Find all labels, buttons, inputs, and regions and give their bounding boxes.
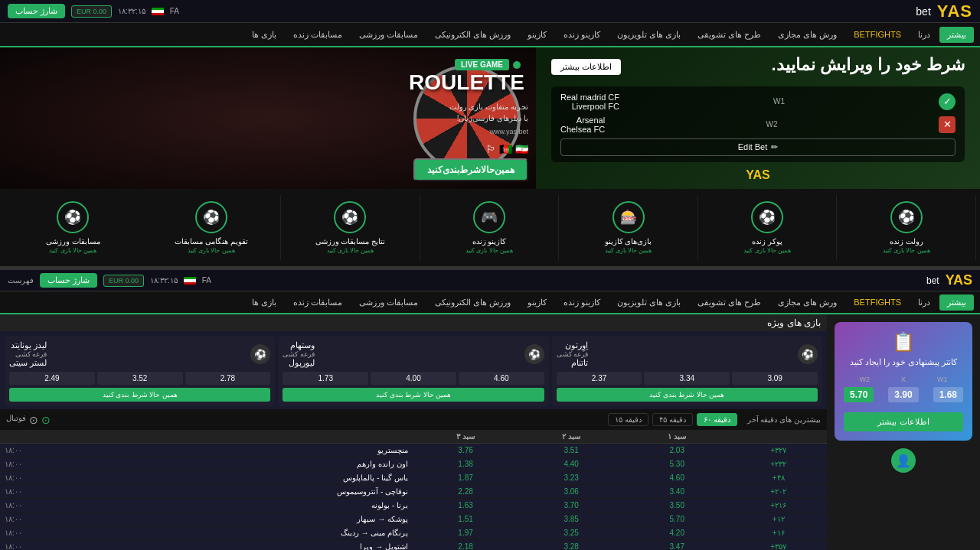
row-odd1[interactable]: 4.60	[624, 471, 730, 485]
edit-bet-button[interactable]: ✏ Edit Bet	[560, 138, 956, 156]
nav2-elektronik[interactable]: ورزش های الکترونیکی	[427, 295, 518, 311]
bet-team3: Arsenal	[560, 116, 605, 125]
nav2-mosabeghat[interactable]: مسابقات ورزشی	[351, 295, 426, 311]
nav2-kazino-live[interactable]: کازینو زنده	[556, 295, 608, 311]
nav-item-varshmajazi[interactable]: ورش های مجازی	[770, 27, 844, 43]
row-odd1[interactable]: 3.47	[624, 540, 730, 551]
match1-odd-draw[interactable]: 3.34	[644, 372, 730, 385]
nav-item-bishtar[interactable]: بیشتر	[939, 27, 974, 43]
nav2-varshMajazi[interactable]: ورش های مجازی	[770, 295, 844, 311]
nav-item-kazino[interactable]: کازینو	[520, 27, 554, 43]
match1-bet-button[interactable]: همین حالا شرط بندی کنید	[557, 388, 818, 402]
row-odd3[interactable]: 1.87	[413, 471, 518, 485]
bet-now-banner-button[interactable]: همین‌حالاشرط‌بندی‌کنید	[413, 158, 528, 181]
row-odd2[interactable]: 4.40	[518, 457, 624, 471]
match3-odd-draw[interactable]: 3.52	[97, 372, 183, 385]
nav-item-mosabeghat-live[interactable]: مسابقات زنده	[286, 27, 350, 43]
sports-sub: همین حالا بازی کنید	[49, 247, 96, 254]
row-odd3[interactable]: 1.51	[413, 513, 518, 526]
row-odd3[interactable]: 3.76	[413, 444, 518, 457]
avatar[interactable]: 👤	[891, 448, 916, 473]
row-odd3[interactable]: 1.63	[413, 499, 518, 513]
row-odd1[interactable]: 5.30	[624, 457, 730, 471]
game-icon-casino[interactable]: 🎰 بازی‌های کازینو همین حالا بازی کنید	[559, 195, 698, 260]
match2-odd2[interactable]: 1.73	[283, 372, 368, 385]
nav2-kazino[interactable]: کازینو	[520, 295, 554, 311]
nav2-betfights[interactable]: BETFIGHTS	[846, 295, 909, 310]
calendar-sub: همین حالا بازی کنید	[188, 247, 235, 254]
match2-odd-draw[interactable]: 4.00	[371, 372, 456, 385]
bet-cross-button[interactable]: ✕	[939, 116, 956, 133]
filter-icon-2[interactable]: ⊙	[29, 414, 38, 426]
row-odd2[interactable]: 3.70	[518, 499, 624, 513]
promo-title: کانتر پیشنهادی خود را ایجاد کنید	[844, 356, 963, 368]
match1-odd2[interactable]: 2.37	[557, 372, 642, 385]
game-icon-calendar[interactable]: ⚽ تقویم هنگامی مسابقات همین حالا بازی کن…	[142, 195, 282, 260]
row-odd2[interactable]: 3.23	[518, 471, 624, 485]
logo-yas: YAS	[937, 2, 972, 21]
match-card-2: ⚽ وستهام فرعه کشی لیورپول 4.60 4.00 1.73…	[278, 336, 548, 406]
bet-card: ✓ W1 Real madrid CF Liverpool FC ✕ W2 Ar…	[551, 86, 965, 162]
row-odd1[interactable]: 3.50	[624, 499, 730, 513]
results-label: نتایج مسابقات ورزشی	[315, 237, 386, 246]
odd-w2[interactable]: 5.70	[844, 387, 874, 402]
nav2-mosabeghat-live[interactable]: مسابقات زنده	[286, 295, 350, 311]
row-odd1[interactable]: 3.40	[624, 485, 730, 499]
bet-row-2: ✕ W2 Arsenal Chelsea FC	[560, 116, 956, 134]
match2-bet-button[interactable]: همین حالا شرط بندی کنید	[283, 388, 544, 402]
nav-item-mosabeghat[interactable]: مسابقات ورزشی	[351, 27, 426, 43]
game-icon-results[interactable]: ⚽ نتایج مسابقات ورزشی همین حالا بازی کنی…	[281, 195, 420, 260]
odd-w1[interactable]: 1.68	[933, 387, 963, 402]
row-odd2[interactable]: 3.28	[518, 540, 624, 551]
nav2-bishtar[interactable]: بیشتر	[939, 295, 974, 311]
game-icon-live-casino[interactable]: 🎮 کازینو زنده همین حالا بازی کنید	[420, 195, 560, 260]
nav2-bazi[interactable]: بازی ها	[244, 295, 284, 311]
more-info-button[interactable]: اطلاعات بیشتر	[844, 412, 963, 431]
casino-sub: همین حالا بازی کنید	[605, 247, 652, 254]
nav-item-betfights[interactable]: BETFIGHTS	[846, 27, 909, 42]
match3-odd2[interactable]: 2.49	[9, 372, 95, 385]
row-odd3[interactable]: 1.97	[413, 526, 518, 540]
info-button[interactable]: اطلاعات بیشتر	[551, 59, 621, 75]
game-icon-sports[interactable]: ⚽ مسابقات ورزشی همین حالا بازی کنید	[4, 195, 142, 260]
nav2-telvision[interactable]: بازی های تلویزیون	[609, 295, 688, 311]
row-odd3[interactable]: 2.18	[413, 540, 518, 551]
row-odd1[interactable]: 5.70	[624, 513, 730, 526]
row-odd1[interactable]: 4.20	[624, 526, 730, 540]
nav-item-tarhha[interactable]: طرح های تشویقی	[690, 27, 769, 43]
row-odd2[interactable]: 3.06	[518, 485, 624, 499]
time-tab-45[interactable]: دقیقه ۴۵	[652, 413, 693, 426]
game-icon-poker[interactable]: ⚽ پوکر زنده همین حالا بازی کنید	[698, 195, 838, 260]
nav-item-telvision[interactable]: بازی های تلویزیون	[609, 27, 688, 43]
charge-account-button[interactable]: شارژ حساب	[8, 4, 65, 18]
casino-icon: 🎰	[612, 201, 645, 233]
header-left: YAS bet	[916, 2, 972, 21]
row-odd1[interactable]: 2.03	[624, 444, 730, 457]
game-icon-roulette[interactable]: ⚽ رولت زنده همین حالا بازی کنید	[837, 195, 976, 260]
poker-icon: ⚽	[751, 201, 783, 233]
row-odd3[interactable]: 1.38	[413, 457, 518, 471]
row-odd2[interactable]: 3.85	[518, 513, 624, 526]
odd-draw[interactable]: 3.90	[888, 387, 918, 402]
match1-odd1[interactable]: 3.09	[732, 372, 818, 385]
filter-icon-1[interactable]: ⊙	[41, 414, 51, 426]
match3-bet-button[interactable]: همین حالا شرط بندی کنید	[9, 388, 270, 402]
nav2-tarhha[interactable]: طرح های تشویقی	[690, 295, 769, 311]
bet-teams-2: Arsenal Chelsea FC	[560, 116, 605, 134]
nav-item-kazinolive[interactable]: کازینو زنده	[556, 27, 608, 43]
nav-item-bazi[interactable]: بازی ها	[244, 27, 284, 43]
time-tab-60[interactable]: دقیقه ۶۰	[697, 413, 737, 426]
nav-item-kazinolive2[interactable]: ورزش های الکترونیکی	[427, 27, 518, 43]
charge-account-button-2[interactable]: شارژ حساب	[40, 273, 97, 288]
row-odd2[interactable]: 3.25	[518, 526, 624, 540]
time-tab-15[interactable]: دقیقه ۱۵	[608, 413, 648, 426]
bet-check-button[interactable]: ✓	[939, 93, 956, 110]
th-team	[103, 430, 413, 444]
match3-odd1[interactable]: 2.78	[185, 372, 271, 385]
match2-odd1[interactable]: 4.60	[459, 372, 544, 385]
header2: YAS bet FA ۱۸:۳۲:۱۵ EUR 0.00 شارژ حساب ف…	[0, 270, 980, 291]
nav-item-darna[interactable]: درنا	[910, 27, 938, 43]
row-odd3[interactable]: 2.28	[413, 485, 518, 499]
row-odd2[interactable]: 3.51	[518, 444, 624, 457]
nav2-darna[interactable]: درنا	[910, 295, 938, 311]
